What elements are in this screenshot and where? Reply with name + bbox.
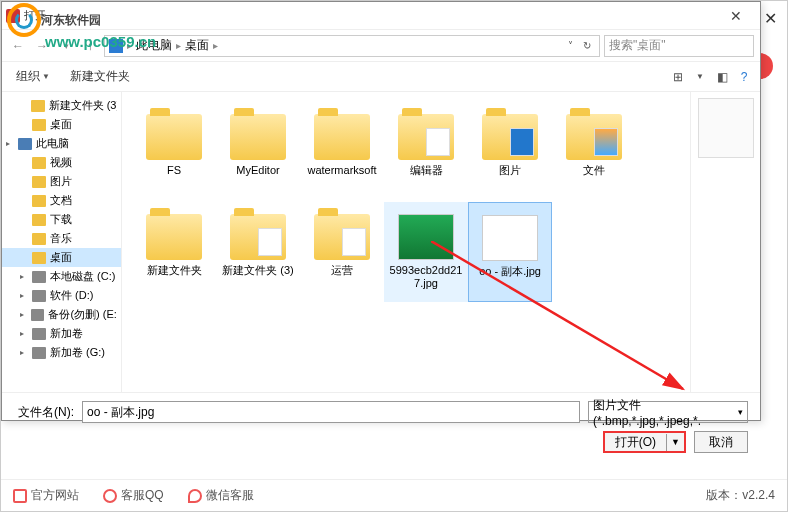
recent-dropdown-icon[interactable]: ▾ <box>56 36 76 56</box>
dialog-bottom: 文件名(N): 图片文件(*.bmp,*.jpg,*.jpeg,*.▾ 打开(O… <box>2 392 760 461</box>
file-item[interactable]: 5993ecb2dd217.jpg <box>384 202 468 302</box>
file-label: 文件 <box>583 164 605 177</box>
breadcrumb-current[interactable]: 桌面 <box>185 37 209 54</box>
view-icon[interactable]: ⊞ <box>670 69 686 85</box>
folder-icon <box>398 114 454 160</box>
folder-icon <box>146 114 202 160</box>
file-label: 5993ecb2dd217.jpg <box>388 264 464 290</box>
file-label: FS <box>167 164 181 177</box>
folder-icon <box>32 252 46 264</box>
tree-label: 新加卷 (G:) <box>50 345 105 360</box>
app-close-icon[interactable]: ✕ <box>764 9 777 28</box>
drive-icon <box>31 309 44 321</box>
folder-icon <box>230 214 286 260</box>
app-footer: 官方网站 客服QQ 微信客服 版本：v2.2.4 <box>1 479 787 511</box>
qq-link[interactable]: 客服QQ <box>103 487 164 504</box>
tree-item[interactable]: 桌面 <box>2 115 121 134</box>
tree-label: 桌面 <box>50 250 72 265</box>
tree-label: 桌面 <box>50 117 72 132</box>
folder-icon <box>32 176 46 188</box>
tree-item[interactable]: 视频 <box>2 153 121 172</box>
image-thumbnail <box>482 215 538 261</box>
back-icon[interactable]: ← <box>8 36 28 56</box>
preview-thumbnail <box>698 98 754 158</box>
file-item[interactable]: 图片 <box>468 102 552 202</box>
folder-icon <box>32 214 46 226</box>
nav-row: ← → ▾ ↑ ▸ 此电脑 ▸ 桌面 ▸ ˅ ↻ 搜索"桌面" <box>2 30 760 62</box>
search-input[interactable]: 搜索"桌面" <box>604 35 754 57</box>
file-item[interactable]: 运营 <box>300 202 384 302</box>
preview-pane-icon[interactable]: ◧ <box>714 69 730 85</box>
file-open-dialog: 打开 ✕ ← → ▾ ↑ ▸ 此电脑 ▸ 桌面 ▸ ˅ ↻ 搜索"桌面" 组织▼… <box>1 1 761 421</box>
file-item[interactable]: MyEditor <box>216 102 300 202</box>
chevron-down-icon: ▾ <box>738 407 743 417</box>
organize-button[interactable]: 组织▼ <box>10 66 56 87</box>
file-item[interactable]: oo - 副本.jpg <box>468 202 552 302</box>
chevron-down-icon: ▼ <box>42 72 50 81</box>
tree-label: 下载 <box>50 212 72 227</box>
qq-icon <box>103 489 117 503</box>
folder-icon <box>31 100 44 112</box>
breadcrumb-dropdown-icon[interactable]: ˅ <box>564 40 577 51</box>
file-list[interactable]: FSMyEditorwatermarksoft编辑器图片文件新建文件夹新建文件夹… <box>122 92 690 392</box>
file-item[interactable]: 新建文件夹 <box>132 202 216 302</box>
tree-item[interactable]: 桌面 <box>2 248 121 267</box>
file-item[interactable]: 文件 <box>552 102 636 202</box>
tree-item[interactable]: 音乐 <box>2 229 121 248</box>
tree-item[interactable]: ▸新加卷 (G:) <box>2 343 121 362</box>
help-icon[interactable]: ? <box>736 69 752 85</box>
file-label: MyEditor <box>236 164 279 177</box>
dialog-title: 打开 <box>24 8 46 23</box>
tree-item[interactable]: 下载 <box>2 210 121 229</box>
preview-pane <box>690 92 760 392</box>
folder-icon <box>230 114 286 160</box>
drive-icon <box>32 347 46 359</box>
forward-icon[interactable]: → <box>32 36 52 56</box>
drive-icon <box>32 290 46 302</box>
new-folder-button[interactable]: 新建文件夹 <box>64 66 136 87</box>
breadcrumb[interactable]: ▸ 此电脑 ▸ 桌面 ▸ ˅ ↻ <box>104 35 600 57</box>
tree-item[interactable]: 文档 <box>2 191 121 210</box>
refresh-icon[interactable]: ↻ <box>579 40 595 51</box>
folder-icon <box>482 114 538 160</box>
folder-icon <box>566 114 622 160</box>
file-label: 新建文件夹 <box>147 264 202 277</box>
chevron-right-icon: ▸ <box>176 40 181 51</box>
pc-icon <box>18 138 32 150</box>
file-item[interactable]: 编辑器 <box>384 102 468 202</box>
tree-item[interactable]: ▸备份(勿删) (E:) <box>2 305 121 324</box>
website-link[interactable]: 官方网站 <box>13 487 79 504</box>
pc-icon <box>109 39 123 53</box>
chevron-right-icon: ▸ <box>127 40 132 51</box>
wechat-link[interactable]: 微信客服 <box>188 487 254 504</box>
monitor-icon <box>13 489 27 503</box>
tree-item[interactable]: ▸软件 (D:) <box>2 286 121 305</box>
tree-item[interactable]: ▸新加卷 <box>2 324 121 343</box>
tree-label: 新建文件夹 (3) <box>49 98 117 113</box>
tree-item[interactable]: 图片 <box>2 172 121 191</box>
tree-item[interactable]: ▸此电脑 <box>2 134 121 153</box>
view-dropdown-icon[interactable]: ▼ <box>692 69 708 85</box>
open-button[interactable]: 打开(O)▼ <box>603 431 686 453</box>
folder-icon <box>32 195 46 207</box>
file-item[interactable]: FS <box>132 102 216 202</box>
cancel-button[interactable]: 取消 <box>694 431 748 453</box>
breadcrumb-root[interactable]: 此电脑 <box>136 37 172 54</box>
file-label: watermarksoft <box>307 164 376 177</box>
filename-label: 文件名(N): <box>14 404 74 421</box>
tree-item[interactable]: 新建文件夹 (3) <box>2 96 121 115</box>
folder-tree[interactable]: 新建文件夹 (3)桌面▸此电脑视频图片文档下载音乐桌面▸本地磁盘 (C:)▸软件… <box>2 92 122 392</box>
close-icon[interactable]: ✕ <box>716 8 756 24</box>
file-item[interactable]: watermarksoft <box>300 102 384 202</box>
folder-icon <box>32 157 46 169</box>
filename-input[interactable] <box>82 401 580 423</box>
folder-icon <box>32 119 46 131</box>
app-icon <box>6 9 20 23</box>
folder-icon <box>314 214 370 260</box>
file-type-filter[interactable]: 图片文件(*.bmp,*.jpg,*.jpeg,*.▾ <box>588 401 748 423</box>
file-label: 新建文件夹 (3) <box>222 264 294 277</box>
tree-item[interactable]: ▸本地磁盘 (C:) <box>2 267 121 286</box>
up-icon[interactable]: ↑ <box>80 36 100 56</box>
file-item[interactable]: 新建文件夹 (3) <box>216 202 300 302</box>
chevron-down-icon: ▼ <box>667 437 684 447</box>
